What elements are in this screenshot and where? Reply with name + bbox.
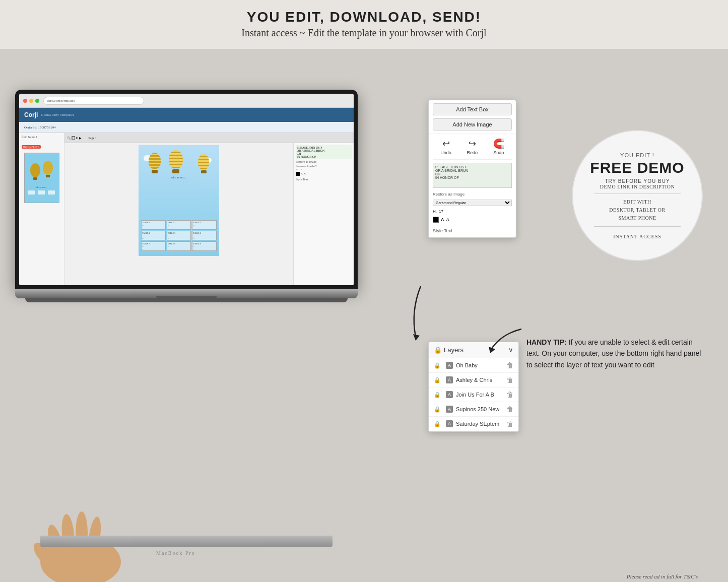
- right-ui-panel: Add Text Box Add New Image ↩ Undo ↪ Redo…: [428, 100, 516, 238]
- redo-icon: ↪: [469, 138, 476, 149]
- table-5: TABLE 5......: [167, 231, 191, 240]
- sidebar-balloon-svg: take a sea...: [25, 155, 58, 201]
- svg-rect-8: [48, 190, 55, 195]
- panel-restore: Restore as Image: [296, 160, 352, 163]
- corjl-ui: Corjl NoorayParty Templates Order Id: 15…: [19, 108, 354, 285]
- layer-lock-3: 🔒: [434, 392, 441, 398]
- panel-font-row: Garamond Regular ▾: [296, 164, 352, 167]
- table-2: TABLE 2......: [167, 220, 191, 230]
- style-text-area: Style Text: [429, 226, 516, 237]
- svg-point-12: [76, 511, 88, 554]
- italic-a: A: [446, 217, 449, 222]
- layer-item-supinos[interactable]: 🔒 A Supinos 250 New 🗑: [429, 402, 518, 417]
- table-3: TABLE 3......: [192, 220, 217, 230]
- redo-tool[interactable]: ↪ Redo: [467, 138, 478, 155]
- layer-label-ashley: Ashley & Chris: [456, 377, 492, 383]
- editor-toolbar: 🔍 🔲 ✚ ▶ Page 1: [64, 133, 354, 143]
- demo-free-demo: FREE DEMO: [590, 160, 684, 175]
- editor-canvas: take a sea... TABLE 1...... TABLE 2.....…: [139, 145, 219, 256]
- page-indicator: Page 1: [89, 137, 97, 140]
- add-text-box-button[interactable]: Add Text Box: [433, 103, 512, 115]
- balloon-top-2: [169, 150, 183, 168]
- layer-item-oh-baby[interactable]: 🔒 A Oh Baby 🗑: [429, 358, 518, 373]
- svg-point-3: [43, 161, 53, 175]
- layer-label-join-us: Join Us For A B: [456, 392, 494, 398]
- layer-item-join-us[interactable]: 🔒 A Join Us For A B 🗑: [429, 387, 518, 402]
- layer-delete-3[interactable]: 🗑: [506, 391, 513, 399]
- layer-delete-5[interactable]: 🗑: [506, 420, 513, 428]
- redo-label: Redo: [467, 150, 478, 155]
- dot-red[interactable]: [23, 99, 27, 103]
- color-swatch: [296, 172, 300, 176]
- handy-tip-label: HANDY TIP:: [526, 338, 567, 346]
- browser-chrome: corjl.com/templates: [19, 94, 354, 108]
- balloon-top-1: [149, 153, 161, 169]
- keyboard-area: [40, 536, 333, 547]
- layer-delete-2[interactable]: 🗑: [506, 376, 513, 384]
- add-new-image-button[interactable]: Add New Image: [433, 118, 512, 131]
- svg-rect-7: [38, 190, 45, 195]
- height-value: 17: [439, 209, 443, 214]
- layer-label-saturday: Saturday SEptem: [456, 421, 499, 427]
- undo-tool[interactable]: ↩ Undo: [440, 138, 451, 155]
- panel-size-row: H: 17: [296, 168, 352, 171]
- corjl-nav-text: NoorayParty Templates: [41, 113, 74, 117]
- layer-label-oh-baby: Oh Baby: [456, 362, 478, 368]
- text-preview-area: PLEASE JOIN US FOR A BRIDAL BRUNCHIN HON…: [433, 163, 512, 188]
- balloon-scene: take a sea... TABLE 1...... TABLE 2.....…: [139, 145, 219, 256]
- main-content: corjl.com/templates Corjl NoorayParty Te…: [0, 49, 728, 582]
- corjl-nav: Order Id: 1509758194: [19, 122, 354, 133]
- text-color-swatch[interactable]: [433, 217, 439, 223]
- corjl-editor: 🔍 🔲 ✚ ▶ Page 1: [64, 133, 354, 285]
- size-controls: H: 17: [429, 208, 516, 215]
- hand-area: [0, 486, 151, 582]
- layer-lock-4: 🔒: [434, 406, 441, 413]
- snap-tool[interactable]: 🧲 Snap: [493, 138, 504, 155]
- restore-image-label: Restore as Image: [429, 191, 516, 198]
- dot-yellow[interactable]: [29, 99, 33, 103]
- seating-grid: TABLE 1...... TABLE 2...... TABLE 3.....…: [141, 220, 217, 251]
- arrow-tip-svg: [486, 324, 526, 354]
- table-8: TABLE 8......: [167, 241, 191, 251]
- browser-address: corjl.com/templates: [43, 97, 144, 105]
- corjl-body: field Name 1 INCOMPLETE: [19, 133, 354, 285]
- snap-label: Snap: [493, 150, 504, 155]
- svg-rect-2: [33, 177, 37, 180]
- svg-text:take a sea...: take a sea...: [35, 186, 47, 188]
- panel-color-row: A A: [296, 172, 352, 176]
- balloon-1: [149, 153, 161, 173]
- dot-green[interactable]: [35, 99, 39, 103]
- footer-note: Please read ad in full for T&C's: [627, 573, 698, 579]
- layer-lock-2: 🔒: [434, 377, 441, 383]
- layer-item-ashley[interactable]: 🔒 A Ashley & Chris 🗑: [429, 373, 518, 387]
- sidebar-thumbnail: take a sea...: [24, 153, 59, 203]
- top-banner: YOU EDIT, DOWNLOAD, SEND! Instant access…: [0, 0, 728, 49]
- svg-rect-4: [46, 175, 50, 177]
- table-7: TABLE 7......: [141, 241, 166, 251]
- layer-letter-3: A: [446, 391, 453, 398]
- layer-item-saturday[interactable]: 🔒 A Saturday SEptem 🗑: [429, 417, 518, 431]
- style-text-label: Style Text: [296, 178, 352, 181]
- laptop-container: corjl.com/templates Corjl NoorayParty Te…: [15, 90, 358, 302]
- laptop-screen: corjl.com/templates Corjl NoorayParty Te…: [19, 94, 354, 285]
- demo-edit-with: EDIT WITHDESKTOP, TABLET ORSMART PHONE: [609, 198, 665, 222]
- demo-you-edit: YOU EDIT !: [620, 152, 654, 158]
- browser-dots: [23, 99, 39, 103]
- incomplete-badge: INCOMPLETE: [22, 145, 41, 149]
- order-id: Order Id: 1509758194: [24, 125, 56, 130]
- laptop-bottom: [25, 298, 348, 302]
- corjl-logo: Corjl: [24, 111, 38, 118]
- snap-icon: 🧲: [493, 138, 504, 149]
- free-demo-circle: YOU EDIT ! FREE DEMO TRY BEFORE YOU BUY …: [572, 130, 703, 261]
- svg-point-1: [30, 163, 40, 177]
- basket-3: [201, 170, 207, 173]
- layer-delete-4[interactable]: 🗑: [506, 405, 513, 413]
- table-9: TABLE 9......: [192, 241, 217, 251]
- font-select[interactable]: Garamond Regular: [433, 200, 512, 206]
- basket-2: [172, 169, 179, 173]
- layer-delete-1[interactable]: 🗑: [506, 361, 513, 369]
- table-6: TABLE 6......: [192, 231, 217, 240]
- laptop-base: [15, 289, 358, 298]
- balloon-2: [169, 150, 183, 173]
- macbook-label: MacBook Pro: [156, 550, 195, 556]
